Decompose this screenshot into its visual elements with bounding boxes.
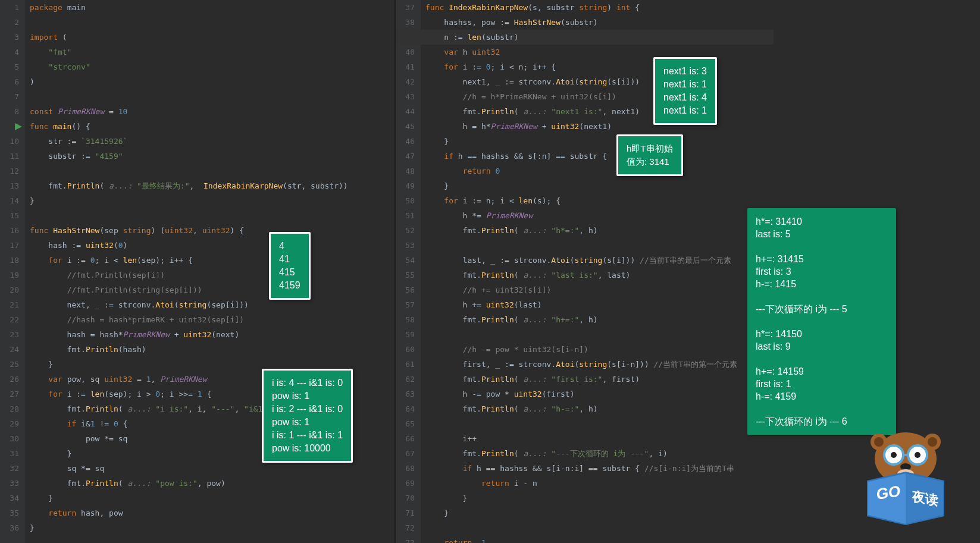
code-line[interactable]: } bbox=[30, 520, 348, 535]
line-number: 27 bbox=[0, 387, 19, 401]
logo-text-go: GO bbox=[876, 482, 900, 503]
code-line[interactable]: //h -= pow * uint32(s[i-n]) bbox=[425, 342, 737, 357]
code-line[interactable] bbox=[30, 208, 348, 223]
code-line[interactable]: last, _ := strconv.Atoi(string(s[i])) //… bbox=[425, 253, 737, 268]
code-line[interactable]: h -= pow * uint32(first) bbox=[425, 387, 737, 401]
svg-marker-0 bbox=[15, 123, 22, 130]
code-line[interactable]: "fmt" bbox=[30, 45, 348, 59]
code-line[interactable]: fmt.Println( a...: "pow is:", pow) bbox=[30, 476, 348, 491]
line-number: 3 bbox=[0, 30, 19, 45]
code-line[interactable]: hashss, pow := HashStrNew(substr) bbox=[425, 15, 737, 30]
code-line[interactable]: "strconv" bbox=[30, 59, 348, 74]
code-line[interactable]: h *= PrimeRKNew bbox=[425, 208, 737, 223]
code-line[interactable]: return -1 bbox=[425, 535, 737, 543]
code-line[interactable]: first, _ := strconv.Atoi(string(s[i-n]))… bbox=[425, 357, 737, 372]
line-number: 51 bbox=[396, 208, 415, 223]
line-number: 29 bbox=[0, 416, 19, 431]
code-line[interactable]: fmt.Println( a...: "first is:", first) bbox=[425, 372, 737, 387]
line-number: 50 bbox=[396, 193, 415, 208]
code-line[interactable]: func main() { bbox=[30, 119, 348, 134]
code-line[interactable]: return 0 bbox=[425, 164, 737, 178]
line-number: 28 bbox=[0, 401, 19, 416]
code-line[interactable] bbox=[425, 238, 737, 253]
code-line[interactable]: } bbox=[425, 178, 737, 193]
line-number: 32 bbox=[0, 461, 19, 476]
line-number: 20 bbox=[0, 283, 19, 297]
code-line[interactable]: ) bbox=[30, 74, 348, 89]
code-line[interactable]: fmt.Println(hash) bbox=[30, 342, 348, 357]
code-line[interactable]: hash = hash*PrimeRKNew + uint32(next) bbox=[30, 327, 348, 342]
code-line[interactable]: fmt.Println( a...: "h-=:", h) bbox=[425, 401, 737, 416]
code-line[interactable] bbox=[425, 327, 737, 342]
line-number: 13 bbox=[0, 178, 19, 193]
line-number: 71 bbox=[396, 506, 415, 520]
code-line[interactable]: n := len(substr) bbox=[425, 30, 737, 45]
code-line[interactable]: func IndexRabinKarpNew(s, substr string)… bbox=[425, 0, 737, 15]
line-number: 73 bbox=[396, 535, 415, 543]
line-number: 8 bbox=[0, 104, 19, 119]
svg-point-10 bbox=[915, 452, 920, 458]
code-line[interactable]: sq *= sq bbox=[30, 461, 348, 476]
code-line[interactable]: } bbox=[425, 491, 737, 506]
code-line[interactable]: if h == hashss && s[:n] == substr { bbox=[425, 149, 737, 164]
line-number: 47 bbox=[396, 149, 415, 164]
code-line[interactable]: fmt.Println( a...: "h+=:", h) bbox=[425, 312, 737, 327]
line-number: 43 bbox=[396, 89, 415, 104]
line-number: 59 bbox=[396, 327, 415, 342]
line-number: 67 bbox=[396, 446, 415, 461]
line-number: 16 bbox=[0, 223, 19, 238]
line-number: 70 bbox=[396, 491, 415, 506]
line-number: 61 bbox=[396, 357, 415, 372]
line-number: 19 bbox=[0, 268, 19, 283]
line-number: 5 bbox=[0, 59, 19, 74]
code-line[interactable]: import ( bbox=[30, 30, 348, 45]
annotation-next1: next1 is: 3 next1 is: 1 next1 is: 4 next… bbox=[653, 57, 717, 125]
line-number: 62 bbox=[396, 372, 415, 387]
svg-point-5 bbox=[928, 437, 937, 447]
code-line[interactable]: h += uint32(last) bbox=[425, 297, 737, 312]
code-line[interactable]: } bbox=[30, 491, 348, 506]
line-number: 65 bbox=[396, 416, 415, 431]
line-number: 54 bbox=[396, 253, 415, 268]
code-line[interactable]: } bbox=[30, 193, 348, 208]
line-number: 68 bbox=[396, 461, 415, 476]
line-number: 69 bbox=[396, 476, 415, 491]
code-line[interactable] bbox=[30, 89, 348, 104]
code-line[interactable] bbox=[30, 164, 348, 178]
line-number: 49 bbox=[396, 178, 415, 193]
code-line[interactable]: if h == hashss && s[i-n:i] == substr { /… bbox=[425, 461, 737, 476]
svg-point-9 bbox=[891, 452, 897, 458]
code-line[interactable] bbox=[30, 15, 348, 30]
line-number: 72 bbox=[396, 520, 415, 535]
code-line[interactable]: return hash, pow bbox=[30, 506, 348, 520]
code-line[interactable]: i++ bbox=[425, 431, 737, 446]
go-night-reading-logo: GO 夜读 bbox=[855, 424, 956, 525]
code-line[interactable]: fmt.Println( a...: "最终结果为:", IndexRabinK… bbox=[30, 178, 348, 193]
code-line[interactable]: //h += uint32(s[i]) bbox=[425, 283, 737, 297]
line-number: 11 bbox=[0, 149, 19, 164]
left-gutter: 1234567891011121314151617181920212223242… bbox=[0, 0, 25, 543]
line-number: 57 bbox=[396, 297, 415, 312]
code-line[interactable]: substr := "4159" bbox=[30, 149, 348, 164]
code-line[interactable] bbox=[425, 520, 737, 535]
code-line[interactable]: fmt.Println( a...: "h*=:", h) bbox=[425, 223, 737, 238]
code-line[interactable]: fmt.Println( a...: "last is:", last) bbox=[425, 268, 737, 283]
annotation-hash-values: 4 41 415 4159 bbox=[269, 232, 311, 300]
code-line[interactable]: str := `31415926` bbox=[30, 134, 348, 149]
line-number: 10 bbox=[0, 134, 19, 149]
annotation-pow-loop: i is: 4 --- i&1 is: 0 pow is: 1 i is: 2 … bbox=[262, 369, 353, 463]
code-line[interactable]: for i := n; i < len(s); { bbox=[425, 193, 737, 208]
code-line[interactable]: package main bbox=[30, 0, 348, 15]
code-line[interactable] bbox=[425, 416, 737, 431]
code-line[interactable]: } bbox=[425, 134, 737, 149]
run-gutter-icon[interactable] bbox=[15, 123, 22, 130]
code-line[interactable]: //hash = hash*primeRK + uint32(sep[i]) bbox=[30, 312, 348, 327]
code-line[interactable]: const PrimeRKNew = 10 bbox=[30, 104, 348, 119]
code-line[interactable]: return i - n bbox=[425, 476, 737, 491]
line-number: 46 bbox=[396, 134, 415, 149]
line-number: 12 bbox=[0, 164, 19, 178]
code-line[interactable]: } bbox=[425, 506, 737, 520]
code-line[interactable]: fmt.Println( a...: "---下次循环的 i为 ---", i) bbox=[425, 446, 737, 461]
line-number: 38 bbox=[396, 15, 415, 30]
line-number: 4 bbox=[0, 45, 19, 59]
